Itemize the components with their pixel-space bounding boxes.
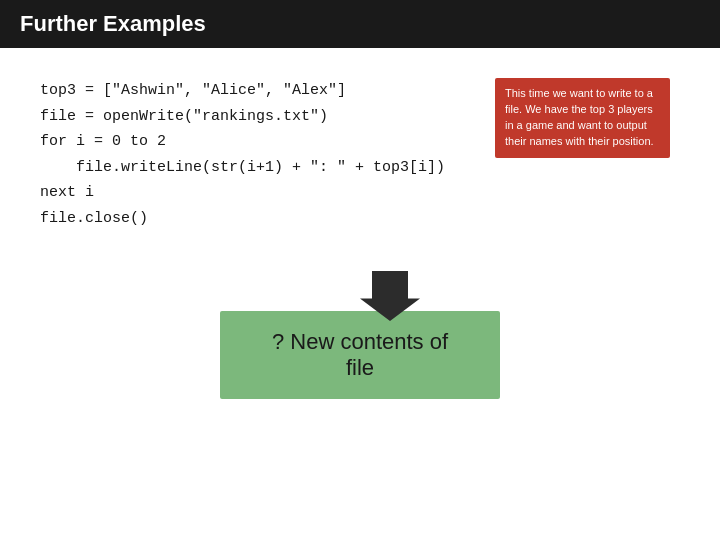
code-line-6: file.close() [40, 210, 148, 227]
page-header: Further Examples [0, 0, 720, 48]
result-label: ? New contents of file [260, 329, 460, 381]
code-line-5: next i [40, 184, 94, 201]
code-line-3: for i = 0 to 2 [40, 133, 166, 150]
code-section: top3 = ["Ashwin", "Alice", "Alex"] file … [40, 78, 680, 231]
arrow-wrapper [40, 271, 680, 291]
code-line-2: file = openWrite("rankings.txt") [40, 108, 328, 125]
page-title: Further Examples [20, 11, 206, 37]
main-content: top3 = ["Ashwin", "Alice", "Alex"] file … [0, 48, 720, 540]
result-box: ? New contents of file [220, 311, 500, 399]
code-line-1: top3 = ["Ashwin", "Alice", "Alex"] [40, 82, 346, 99]
tooltip-box: This time we want to write to a file. We… [495, 78, 670, 158]
tooltip-text: This time we want to write to a file. We… [505, 87, 654, 147]
code-line-4: file.writeLine(str(i+1) + ": " + top3[i]… [40, 159, 445, 176]
